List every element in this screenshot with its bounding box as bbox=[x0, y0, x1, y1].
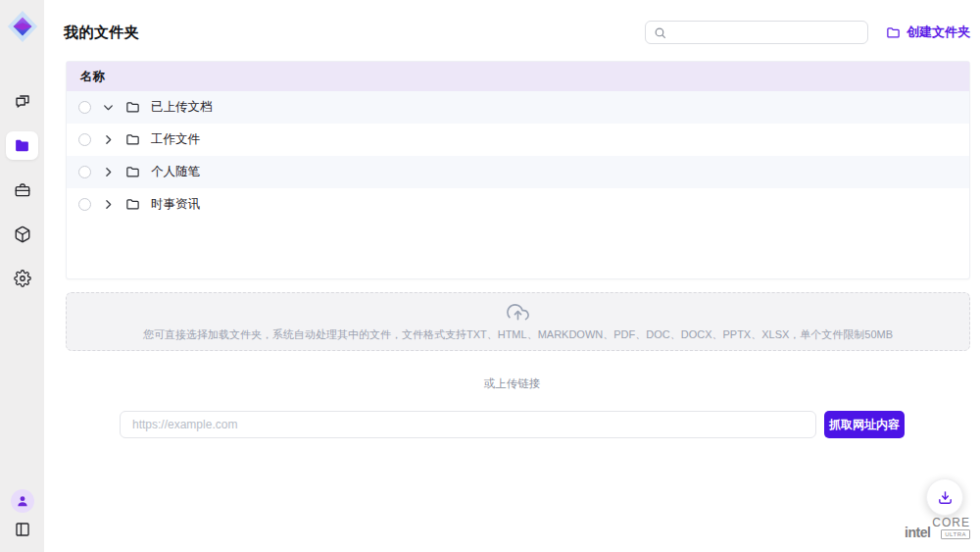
sidebar-item-chat[interactable] bbox=[0, 79, 44, 124]
table-row[interactable]: 已上传文档 bbox=[67, 91, 969, 124]
panel-toggle-button[interactable] bbox=[14, 521, 31, 538]
sidebar-item-folders[interactable] bbox=[0, 124, 44, 168]
search-box[interactable] bbox=[645, 21, 868, 44]
or-upload-link-label: 或上传链接 bbox=[44, 376, 980, 391]
folder-icon bbox=[125, 165, 140, 179]
sidebar-nav bbox=[0, 79, 44, 300]
url-upload-row: 抓取网址内容 bbox=[120, 411, 905, 438]
chevron-right-icon[interactable] bbox=[102, 133, 115, 146]
panel-layout-icon bbox=[14, 521, 31, 538]
upload-hint-text: 您可直接选择加载文件夹，系统自动处理其中的文件，文件格式支持TXT、HTML、M… bbox=[143, 327, 893, 342]
folder-table: 名称 已上传文档 工作文件 bbox=[66, 61, 970, 279]
active-nav-pill bbox=[6, 131, 38, 160]
chat-icon bbox=[14, 93, 31, 111]
chevron-right-icon[interactable] bbox=[102, 166, 115, 178]
download-icon bbox=[937, 489, 954, 506]
sidebar-item-settings[interactable] bbox=[0, 256, 44, 300]
folder-name: 个人随笔 bbox=[151, 164, 200, 180]
sidebar-bottom bbox=[11, 489, 34, 538]
row-checkbox[interactable] bbox=[78, 101, 91, 114]
page-title: 我的文件夹 bbox=[64, 24, 140, 42]
intel-core-logo: intel core ultra bbox=[905, 517, 970, 539]
folder-name: 已上传文档 bbox=[151, 99, 213, 116]
main-content: 我的文件夹 创建文件夹 名称 已上传文档 bbox=[44, 0, 980, 552]
table-row[interactable]: 时事资讯 bbox=[67, 188, 969, 221]
table-header-name: 名称 bbox=[67, 62, 969, 91]
sidebar bbox=[0, 0, 44, 552]
chevron-right-icon[interactable] bbox=[102, 198, 115, 211]
sidebar-item-cube[interactable] bbox=[0, 212, 44, 256]
upload-dropzone[interactable]: 您可直接选择加载文件夹，系统自动处理其中的文件，文件格式支持TXT、HTML、M… bbox=[66, 292, 970, 351]
table-row[interactable]: 个人随笔 bbox=[67, 156, 969, 188]
row-checkbox[interactable] bbox=[78, 166, 91, 178]
folder-name: 工作文件 bbox=[151, 131, 200, 148]
folder-icon bbox=[14, 137, 30, 154]
page-header: 我的文件夹 创建文件夹 bbox=[44, 0, 980, 44]
row-checkbox[interactable] bbox=[78, 198, 91, 211]
folder-icon bbox=[125, 197, 140, 212]
intel-logo-text: intel bbox=[905, 526, 930, 539]
ultra-badge: ultra bbox=[941, 529, 970, 539]
download-fab-button[interactable] bbox=[926, 478, 963, 516]
fetch-url-button[interactable]: 抓取网址内容 bbox=[824, 411, 905, 438]
person-icon bbox=[16, 494, 29, 508]
briefcase-icon bbox=[14, 181, 31, 199]
cube-icon bbox=[14, 226, 31, 243]
sidebar-item-briefcase[interactable] bbox=[0, 168, 44, 212]
row-checkbox[interactable] bbox=[78, 133, 91, 146]
folder-name: 时事资讯 bbox=[151, 196, 200, 213]
search-input[interactable] bbox=[672, 25, 859, 39]
app-logo bbox=[5, 7, 40, 46]
core-logo-text: core bbox=[932, 517, 970, 528]
chevron-right-icon[interactable] bbox=[102, 101, 115, 114]
user-avatar[interactable] bbox=[11, 489, 34, 513]
create-folder-label: 创建文件夹 bbox=[906, 24, 970, 41]
settings-gear-icon bbox=[14, 270, 31, 287]
diamond-logo-icon bbox=[6, 9, 39, 44]
url-input[interactable] bbox=[120, 411, 816, 438]
cloud-upload-icon bbox=[507, 302, 529, 325]
folder-icon bbox=[125, 100, 140, 115]
table-row[interactable]: 工作文件 bbox=[67, 124, 969, 156]
create-folder-button[interactable]: 创建文件夹 bbox=[886, 24, 970, 41]
folder-plus-icon bbox=[886, 25, 901, 40]
folder-icon bbox=[125, 132, 140, 147]
search-icon bbox=[654, 26, 666, 39]
